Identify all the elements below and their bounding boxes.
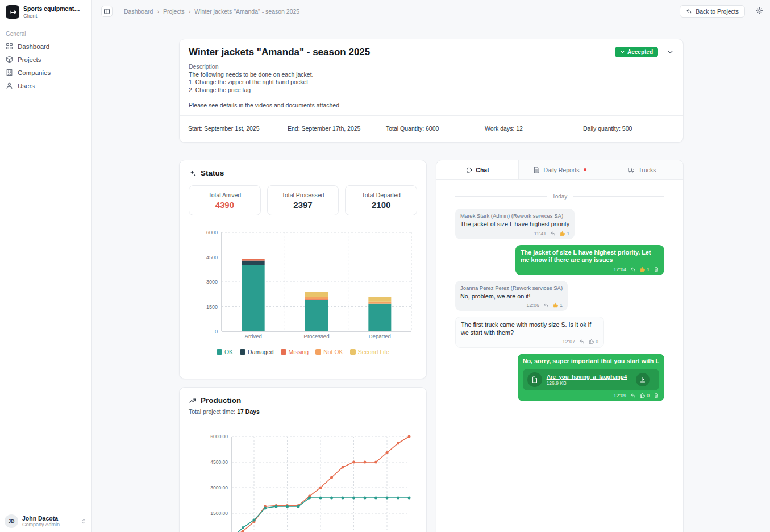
chat-message: The jacket of size L have highest priori… — [455, 245, 664, 275]
gear-icon — [756, 7, 763, 14]
reply-button[interactable] — [550, 231, 556, 236]
breadcrumb-item[interactable]: Dashboard — [124, 8, 153, 15]
download-icon — [639, 376, 646, 383]
reply-icon — [579, 339, 585, 344]
reply-button[interactable] — [630, 393, 636, 398]
breadcrumb: Dashboard›Projects›Winter jackets "Amand… — [124, 8, 299, 15]
sidebar: Sports equipments Inte... Client General… — [0, 0, 92, 532]
stat-box: Total Processed2397 — [267, 185, 339, 215]
message-time: 11:41 — [534, 231, 546, 236]
org-type: Client — [23, 13, 82, 19]
sidebar-toggle-button[interactable] — [101, 6, 113, 17]
day-divider-label: Today — [552, 193, 568, 200]
trash-icon — [654, 393, 659, 398]
message-time: 12:07 — [562, 339, 575, 344]
project-meta-item: Work days: 12 — [485, 125, 523, 132]
delete-button[interactable] — [654, 267, 659, 272]
sparkles-icon — [189, 169, 197, 177]
stat-label: Total Arrived — [208, 192, 241, 198]
user-menu[interactable]: JD John Dacota Company Admin — [0, 510, 91, 532]
message-text: No, sorry, super important that you star… — [523, 358, 659, 365]
trash-icon — [654, 267, 659, 272]
sidebar-item-projects[interactable]: Projects — [0, 53, 91, 66]
message-footer: 11:411 — [460, 231, 569, 236]
stat-label: Total Processed — [282, 192, 324, 198]
collapse-card-button[interactable] — [666, 48, 675, 58]
project-meta-item: Daily quantity: 500 — [583, 125, 632, 132]
truck-icon — [628, 167, 635, 173]
legend-swatch — [217, 349, 222, 355]
attachment-name[interactable]: Are_you_having_a_laugh.mp4 — [547, 373, 627, 380]
sidebar-item-dashboard[interactable]: Dashboard — [0, 40, 91, 53]
like-button[interactable]: 1 — [553, 302, 563, 308]
status-card-title: Status — [201, 169, 224, 177]
sidebar-nav: DashboardProjectsCompaniesUsers — [0, 40, 91, 92]
sidebar-item-label: Projects — [18, 56, 41, 63]
like-button[interactable]: 1 — [640, 267, 650, 272]
download-button[interactable] — [636, 373, 650, 386]
legend-item-damaged[interactable]: Damaged — [240, 348, 274, 355]
sidebar-item-users[interactable]: Users — [0, 79, 91, 92]
svg-text:1500.00: 1500.00 — [210, 510, 228, 516]
message-text: The jacket of size L have highest priori… — [460, 221, 569, 228]
like-button[interactable]: 0 — [640, 393, 650, 398]
stat-value: 4390 — [215, 200, 234, 210]
chat-bubble: The first truck came with mostly size S.… — [455, 317, 604, 348]
thumbs-up-icon — [640, 393, 646, 398]
status-stacked-bar-chart: 01500300045006000ArrivedProcessedDeparte… — [184, 229, 423, 340]
thumbs-up-icon — [640, 267, 646, 272]
like-button[interactable]: 0 — [589, 339, 598, 344]
user-meta: John Dacota Company Admin — [22, 515, 77, 527]
like-count: 1 — [567, 231, 569, 236]
legend-item-not-ok[interactable]: Not OK — [315, 348, 343, 355]
svg-text:4500: 4500 — [206, 255, 218, 260]
attachment-meta: Are_you_having_a_laugh.mp4126.9 KB — [547, 373, 627, 386]
like-count: 1 — [560, 302, 563, 308]
settings-gear-button[interactable] — [756, 7, 763, 16]
delete-button[interactable] — [654, 393, 659, 398]
legend-swatch — [350, 349, 356, 355]
org-switcher[interactable]: Sports equipments Inte... Client — [0, 0, 91, 24]
legend-label: Damaged — [248, 348, 274, 355]
stat-value: 2100 — [372, 200, 390, 210]
sidebar-item-companies[interactable]: Companies — [0, 66, 91, 79]
legend-item-missing[interactable]: Missing — [281, 348, 309, 355]
chat-message: No, sorry, super important that you star… — [455, 354, 664, 401]
like-count: 1 — [647, 267, 650, 272]
trending-up-icon — [189, 397, 197, 405]
attachment-chip[interactable]: Are_you_having_a_laugh.mp4126.9 KB — [523, 369, 659, 390]
stat-label: Total Departed — [362, 192, 401, 198]
breadcrumb-separator: › — [189, 8, 191, 15]
projects-icon — [6, 56, 13, 63]
stat-box: Total Arrived4390 — [189, 185, 261, 215]
message-text: The first truck came with mostly size S.… — [461, 321, 598, 336]
reply-icon — [543, 302, 549, 308]
legend-item-ok[interactable]: OK — [217, 348, 233, 355]
project-meta-item: Start: September 1st, 2025 — [188, 125, 260, 132]
tab-trucks[interactable]: Trucks — [601, 160, 683, 179]
breadcrumb-item[interactable]: Projects — [163, 8, 185, 15]
tab-label: Trucks — [638, 167, 656, 173]
reply-button[interactable] — [630, 267, 636, 272]
tab-chat[interactable]: Chat — [436, 160, 519, 179]
svg-text:6000.00: 6000.00 — [210, 434, 228, 439]
tab-daily-reports[interactable]: Daily Reports — [519, 160, 601, 179]
tab-label: Chat — [476, 167, 489, 173]
reply-button[interactable] — [543, 302, 549, 308]
like-button[interactable]: 1 — [560, 231, 569, 236]
legend-label: Not OK — [323, 348, 343, 355]
reply-button[interactable] — [579, 339, 585, 344]
legend-item-second-life[interactable]: Second Life — [350, 348, 389, 355]
thumbs-up-icon — [553, 302, 559, 308]
svg-text:4500.00: 4500.00 — [210, 459, 228, 465]
chat-tabs: ChatDaily ReportsTrucks — [436, 160, 683, 180]
user-name: John Dacota — [22, 515, 77, 522]
status-card: Status Total Arrived4390Total Processed2… — [179, 160, 427, 379]
chat-bubble: The jacket of size L have highest priori… — [515, 245, 664, 275]
back-to-projects-button[interactable]: Back to Projects — [680, 5, 745, 18]
notification-dot — [584, 168, 586, 171]
avatar: JD — [5, 514, 18, 528]
day-divider: Today — [455, 193, 664, 200]
status-badge[interactable]: Accepted — [615, 47, 658, 57]
thumbs-up-icon — [589, 339, 594, 344]
